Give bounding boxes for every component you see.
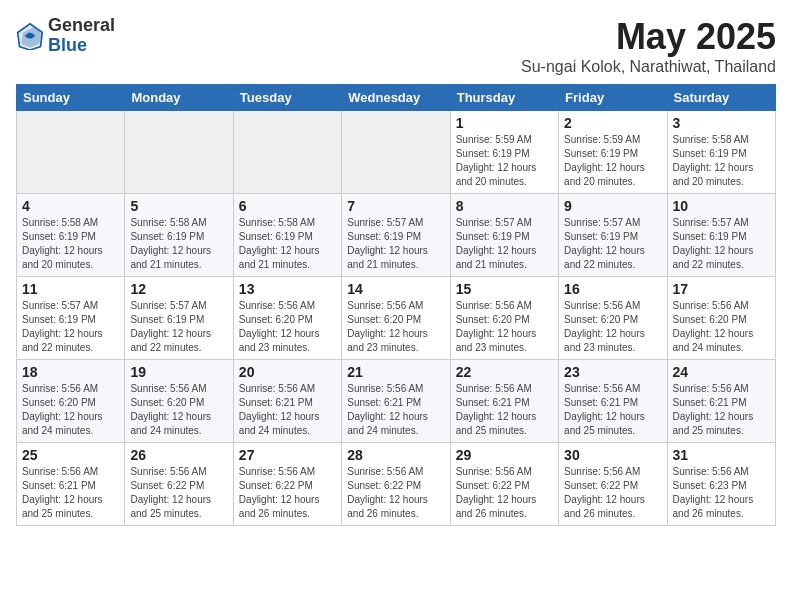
calendar-day-cell: 29Sunrise: 5:56 AM Sunset: 6:22 PM Dayli… (450, 443, 558, 526)
day-info: Sunrise: 5:57 AM Sunset: 6:19 PM Dayligh… (347, 216, 444, 272)
calendar-day-cell: 16Sunrise: 5:56 AM Sunset: 6:20 PM Dayli… (559, 277, 667, 360)
page-header: General Blue May 2025 Su-ngai Kolok, Nar… (16, 16, 776, 76)
day-info: Sunrise: 5:56 AM Sunset: 6:20 PM Dayligh… (564, 299, 661, 355)
day-info: Sunrise: 5:56 AM Sunset: 6:21 PM Dayligh… (673, 382, 770, 438)
day-info: Sunrise: 5:56 AM Sunset: 6:22 PM Dayligh… (564, 465, 661, 521)
logo-blue: Blue (48, 36, 115, 56)
day-number: 16 (564, 281, 661, 297)
day-number: 5 (130, 198, 227, 214)
day-number: 14 (347, 281, 444, 297)
day-number: 26 (130, 447, 227, 463)
day-info: Sunrise: 5:57 AM Sunset: 6:19 PM Dayligh… (564, 216, 661, 272)
calendar-day-cell: 28Sunrise: 5:56 AM Sunset: 6:22 PM Dayli… (342, 443, 450, 526)
day-number: 21 (347, 364, 444, 380)
calendar-day-cell: 8Sunrise: 5:57 AM Sunset: 6:19 PM Daylig… (450, 194, 558, 277)
calendar-table: SundayMondayTuesdayWednesdayThursdayFrid… (16, 84, 776, 526)
day-info: Sunrise: 5:56 AM Sunset: 6:20 PM Dayligh… (673, 299, 770, 355)
calendar-day-cell: 9Sunrise: 5:57 AM Sunset: 6:19 PM Daylig… (559, 194, 667, 277)
calendar-day-cell (17, 111, 125, 194)
day-number: 10 (673, 198, 770, 214)
day-number: 13 (239, 281, 336, 297)
day-number: 25 (22, 447, 119, 463)
day-number: 12 (130, 281, 227, 297)
weekday-header: Friday (559, 85, 667, 111)
day-info: Sunrise: 5:56 AM Sunset: 6:20 PM Dayligh… (456, 299, 553, 355)
calendar-day-cell: 10Sunrise: 5:57 AM Sunset: 6:19 PM Dayli… (667, 194, 775, 277)
weekday-header: Monday (125, 85, 233, 111)
day-info: Sunrise: 5:56 AM Sunset: 6:22 PM Dayligh… (456, 465, 553, 521)
page-title: May 2025 (521, 16, 776, 58)
logo-icon (16, 22, 44, 50)
calendar-day-cell: 18Sunrise: 5:56 AM Sunset: 6:20 PM Dayli… (17, 360, 125, 443)
day-info: Sunrise: 5:56 AM Sunset: 6:21 PM Dayligh… (347, 382, 444, 438)
calendar-day-cell: 6Sunrise: 5:58 AM Sunset: 6:19 PM Daylig… (233, 194, 341, 277)
calendar-day-cell (125, 111, 233, 194)
calendar-day-cell: 5Sunrise: 5:58 AM Sunset: 6:19 PM Daylig… (125, 194, 233, 277)
day-info: Sunrise: 5:56 AM Sunset: 6:22 PM Dayligh… (130, 465, 227, 521)
day-number: 29 (456, 447, 553, 463)
day-number: 30 (564, 447, 661, 463)
calendar-day-cell: 27Sunrise: 5:56 AM Sunset: 6:22 PM Dayli… (233, 443, 341, 526)
day-info: Sunrise: 5:57 AM Sunset: 6:19 PM Dayligh… (22, 299, 119, 355)
weekday-header-row: SundayMondayTuesdayWednesdayThursdayFrid… (17, 85, 776, 111)
calendar-day-cell: 20Sunrise: 5:56 AM Sunset: 6:21 PM Dayli… (233, 360, 341, 443)
day-number: 17 (673, 281, 770, 297)
day-info: Sunrise: 5:58 AM Sunset: 6:19 PM Dayligh… (239, 216, 336, 272)
day-number: 24 (673, 364, 770, 380)
day-number: 27 (239, 447, 336, 463)
day-number: 20 (239, 364, 336, 380)
day-info: Sunrise: 5:57 AM Sunset: 6:19 PM Dayligh… (456, 216, 553, 272)
day-info: Sunrise: 5:57 AM Sunset: 6:19 PM Dayligh… (130, 299, 227, 355)
logo: General Blue (16, 16, 115, 56)
day-info: Sunrise: 5:56 AM Sunset: 6:21 PM Dayligh… (456, 382, 553, 438)
day-info: Sunrise: 5:56 AM Sunset: 6:22 PM Dayligh… (347, 465, 444, 521)
day-info: Sunrise: 5:56 AM Sunset: 6:21 PM Dayligh… (22, 465, 119, 521)
day-info: Sunrise: 5:59 AM Sunset: 6:19 PM Dayligh… (456, 133, 553, 189)
day-info: Sunrise: 5:56 AM Sunset: 6:21 PM Dayligh… (564, 382, 661, 438)
day-info: Sunrise: 5:56 AM Sunset: 6:21 PM Dayligh… (239, 382, 336, 438)
calendar-day-cell: 4Sunrise: 5:58 AM Sunset: 6:19 PM Daylig… (17, 194, 125, 277)
calendar-day-cell: 11Sunrise: 5:57 AM Sunset: 6:19 PM Dayli… (17, 277, 125, 360)
calendar-day-cell: 14Sunrise: 5:56 AM Sunset: 6:20 PM Dayli… (342, 277, 450, 360)
calendar-day-cell: 26Sunrise: 5:56 AM Sunset: 6:22 PM Dayli… (125, 443, 233, 526)
calendar-day-cell (233, 111, 341, 194)
day-info: Sunrise: 5:58 AM Sunset: 6:19 PM Dayligh… (22, 216, 119, 272)
calendar-day-cell: 13Sunrise: 5:56 AM Sunset: 6:20 PM Dayli… (233, 277, 341, 360)
day-number: 4 (22, 198, 119, 214)
calendar-day-cell: 15Sunrise: 5:56 AM Sunset: 6:20 PM Dayli… (450, 277, 558, 360)
calendar-day-cell: 30Sunrise: 5:56 AM Sunset: 6:22 PM Dayli… (559, 443, 667, 526)
day-info: Sunrise: 5:56 AM Sunset: 6:20 PM Dayligh… (347, 299, 444, 355)
day-info: Sunrise: 5:56 AM Sunset: 6:20 PM Dayligh… (239, 299, 336, 355)
day-info: Sunrise: 5:59 AM Sunset: 6:19 PM Dayligh… (564, 133, 661, 189)
calendar-day-cell: 19Sunrise: 5:56 AM Sunset: 6:20 PM Dayli… (125, 360, 233, 443)
day-info: Sunrise: 5:56 AM Sunset: 6:20 PM Dayligh… (130, 382, 227, 438)
day-info: Sunrise: 5:56 AM Sunset: 6:20 PM Dayligh… (22, 382, 119, 438)
day-number: 11 (22, 281, 119, 297)
day-number: 19 (130, 364, 227, 380)
calendar-day-cell: 21Sunrise: 5:56 AM Sunset: 6:21 PM Dayli… (342, 360, 450, 443)
day-info: Sunrise: 5:56 AM Sunset: 6:22 PM Dayligh… (239, 465, 336, 521)
day-number: 9 (564, 198, 661, 214)
calendar-day-cell: 2Sunrise: 5:59 AM Sunset: 6:19 PM Daylig… (559, 111, 667, 194)
weekday-header: Thursday (450, 85, 558, 111)
day-number: 31 (673, 447, 770, 463)
day-info: Sunrise: 5:58 AM Sunset: 6:19 PM Dayligh… (130, 216, 227, 272)
day-number: 6 (239, 198, 336, 214)
day-info: Sunrise: 5:57 AM Sunset: 6:19 PM Dayligh… (673, 216, 770, 272)
logo-general: General (48, 16, 115, 36)
day-number: 22 (456, 364, 553, 380)
calendar-day-cell: 17Sunrise: 5:56 AM Sunset: 6:20 PM Dayli… (667, 277, 775, 360)
calendar-week-row: 1Sunrise: 5:59 AM Sunset: 6:19 PM Daylig… (17, 111, 776, 194)
day-number: 3 (673, 115, 770, 131)
calendar-day-cell: 12Sunrise: 5:57 AM Sunset: 6:19 PM Dayli… (125, 277, 233, 360)
weekday-header: Wednesday (342, 85, 450, 111)
calendar-week-row: 25Sunrise: 5:56 AM Sunset: 6:21 PM Dayli… (17, 443, 776, 526)
calendar-day-cell: 3Sunrise: 5:58 AM Sunset: 6:19 PM Daylig… (667, 111, 775, 194)
calendar-day-cell: 22Sunrise: 5:56 AM Sunset: 6:21 PM Dayli… (450, 360, 558, 443)
weekday-header: Saturday (667, 85, 775, 111)
day-number: 2 (564, 115, 661, 131)
day-info: Sunrise: 5:56 AM Sunset: 6:23 PM Dayligh… (673, 465, 770, 521)
day-number: 28 (347, 447, 444, 463)
day-number: 15 (456, 281, 553, 297)
calendar-week-row: 11Sunrise: 5:57 AM Sunset: 6:19 PM Dayli… (17, 277, 776, 360)
